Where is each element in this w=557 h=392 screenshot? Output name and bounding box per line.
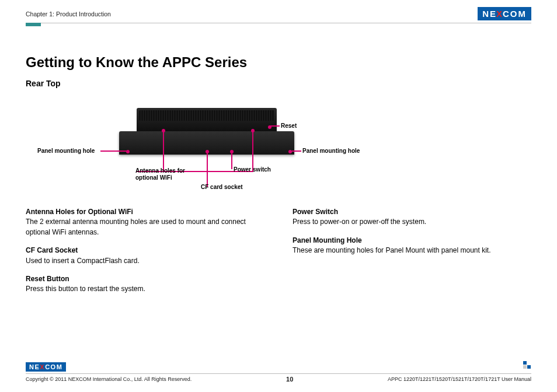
callout-label-cf-socket: CF card socket [201,184,243,190]
footer-divider [26,373,531,374]
callout-label-power-switch: Power switch [234,166,271,173]
item-body: These are mounting holes for Panel Mount… [293,246,531,256]
page-header: Chapter 1: Product Introduction NEXCOM [26,7,531,20]
callout-line [100,150,127,152]
header-divider [26,23,531,23]
page-number: 10 [286,376,293,383]
callout-line [252,129,253,172]
logo-text-right: COM [503,9,527,19]
copyright-text: Copyright © 2011 NEXCOM International Co… [26,376,192,382]
callout-line [231,150,232,169]
logo-text-x: X [40,363,45,370]
item-heading: Panel Mounting Hole [293,236,531,246]
item-body: The 2 external antenna mounting holes ar… [26,217,264,237]
callout-label-panel-hole-right: Panel mounting hole [302,148,360,154]
main-content: Getting to Know the APPC Series Rear Top [26,54,531,295]
callout-line [269,125,280,127]
item-body: Used to insert a CompactFlash card. [26,256,264,266]
accent-bar [26,23,41,26]
logo-text-right: COM [45,363,62,370]
item-body: Press to power-on or power-off the syste… [293,217,531,227]
chapter-label: Chapter 1: Product Introduction [26,10,111,18]
description-columns: Antenna Holes for Optional WiFi The 2 ex… [26,207,531,295]
device-diagram: Reset Panel mounting hole Panel mounting… [32,96,394,195]
logo-text-left: NE [482,9,497,19]
item-body: Press this button to restart the system. [26,284,264,294]
callout-label-reset: Reset [281,123,297,129]
device-upper-body [137,108,277,134]
footer-logo: NEXCOM [26,362,66,372]
left-column: Antenna Holes for Optional WiFi The 2 ex… [26,207,264,295]
callout-line [163,129,164,172]
right-column: Power Switch Press to power-on or power-… [293,207,531,295]
item-heading: Antenna Holes for Optional WiFi [26,207,264,217]
item-heading: CF Card Socket [26,246,264,256]
callout-label-panel-hole-left: Panel mounting hole [37,148,95,154]
callout-line [207,150,208,187]
item-heading: Power Switch [293,207,531,217]
logo-text-left: NE [29,363,40,370]
callout-line [292,150,301,152]
manual-reference: APPC 1220T/1221T/1520T/1521T/1720T/1721T… [388,376,531,382]
callout-label-antenna-l1: Antenna holes for [135,167,185,174]
section-heading: Rear Top [26,79,531,88]
page-footer: NEXCOM Copyright © 2011 NEXCOM Internati… [26,361,531,383]
brand-logo: NEXCOM [478,7,531,20]
item-heading: Reset Button [26,274,264,284]
page-title: Getting to Know the APPC Series [26,54,531,71]
footer-squares-icon [523,361,531,369]
callout-label-antenna-l2: optional WiFi [135,174,172,181]
